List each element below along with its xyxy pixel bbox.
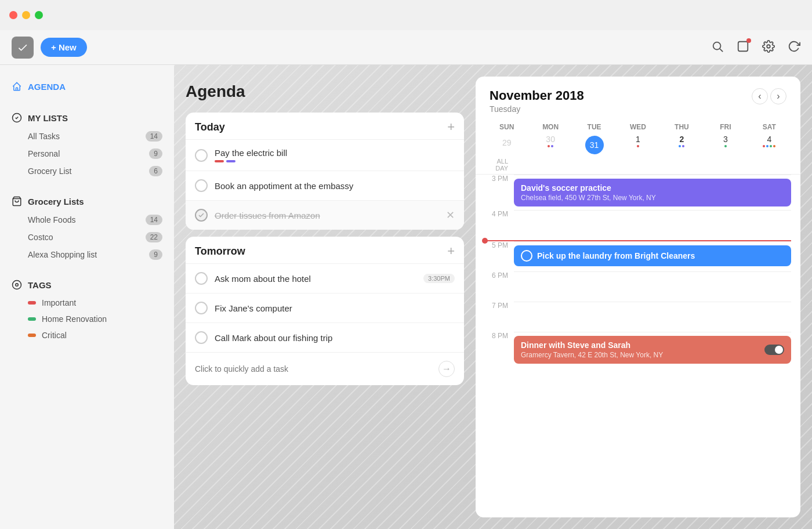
sidebar-item-my-lists[interactable]: MY LISTS [0,108,174,128]
dow-sat: SAT [748,119,791,135]
settings-icon[interactable] [762,40,775,55]
cal-day-3[interactable]: 3 [704,135,747,155]
fullscreen-button[interactable] [35,11,43,19]
tag-critical[interactable]: Critical [0,327,174,343]
sidebar-item-costco[interactable]: Costco 22 [0,229,174,246]
svg-point-0 [713,42,721,49]
sidebar-item-tags[interactable]: TAGS [0,275,174,295]
tag-purple [226,160,235,162]
task-text: Book an appotiment at the embassy [215,181,455,191]
calendar-panel: November 2018 Tuesday ‹ › SUN MON TUE WE… [476,77,800,517]
grocery-lists-section: Grocery Lists Whole Foods 14 Costco 22 A… [0,191,174,263]
svg-point-3 [767,45,770,48]
event-soccer[interactable]: David's soccer practice Chelsea field, 4… [514,179,791,206]
timeline-3pm: 3 PM David's soccer practice Chelsea fie… [476,175,800,210]
toolbar-right [711,40,800,55]
all-day-label: ALL DAY [485,158,514,172]
today-card: Today + Pay the electric bill [186,113,464,230]
add-today-button[interactable]: + [447,121,455,133]
calendar-header: November 2018 Tuesday ‹ › [476,77,800,119]
my-lists-section: MY LISTS All Tasks 14 Personal 9 Grocery… [0,108,174,180]
sidebar-item-agenda[interactable]: AGENDA [0,77,174,96]
grocery-lists-label: Grocery Lists [28,197,84,206]
app-icon-button[interactable] [12,37,34,59]
task-checkbox[interactable] [195,331,208,344]
sidebar-item-alexa-shopping[interactable]: Alexa Shopping list 9 [0,246,174,263]
dow-tue: TUE [572,119,616,135]
dinner-toggle[interactable] [764,345,784,355]
task-checkbox[interactable] [195,302,208,314]
agenda-panel: Agenda Today + Pay the electric bill [174,65,476,529]
notifications-icon[interactable] [737,40,749,55]
dow-sun: SUN [485,119,528,135]
new-button[interactable]: + New [41,38,87,57]
svg-line-1 [720,49,723,52]
close-button[interactable] [9,11,17,19]
toolbar-left: + New [12,37,87,59]
task-text: Fix Jane's computer [215,303,455,313]
task-checkbox[interactable] [195,179,208,192]
task-checkbox[interactable] [195,149,208,162]
cal-day-30[interactable]: 30 [528,135,572,155]
dow-wed: WED [616,119,659,135]
time-4pm: 4 PM [485,210,514,218]
task-checkbox-done[interactable] [195,209,208,222]
task-text: Call Mark about our fishing trip [215,333,455,343]
calendar-grid: SUN MON TUE WED THU FRI SAT 29 30 [476,119,800,155]
quick-add-input[interactable] [195,364,438,374]
critical-dot [28,334,36,337]
task-ask-mom[interactable]: Ask mom about the hotel 3:30PM [186,263,464,293]
task-text: Pay the electric bill [215,148,455,158]
cal-day-31-today[interactable]: 31 [572,135,616,155]
search-icon[interactable] [711,40,724,55]
task-delete-button[interactable]: ✕ [446,209,455,222]
calendar-next-button[interactable]: › [770,88,786,104]
sidebar-item-grocery-lists[interactable]: Grocery Lists [0,191,174,211]
cal-day-2[interactable]: 2 [660,135,704,155]
task-text: Ask mom about the hotel [215,274,416,284]
cal-day-29[interactable]: 29 [485,135,528,155]
refresh-icon[interactable] [788,40,800,55]
task-fix-computer[interactable]: Fix Jane's computer [186,293,464,323]
minimize-button[interactable] [22,11,30,19]
task-pay-electric[interactable]: Pay the electric bill [186,139,464,171]
calendar-prev-button[interactable]: ‹ [752,88,768,104]
today-header: Today + [186,113,464,139]
titlebar [0,0,812,30]
event-laundry[interactable]: Pick up the laundry from Bright Cleaners [514,245,791,266]
svg-point-6 [13,281,21,289]
time-badge: 3:30PM [423,274,455,283]
content-area: Agenda Today + Pay the electric bill [174,65,812,529]
calendar-nav: ‹ › [752,88,786,104]
cal-day-4[interactable]: 4 [748,135,791,155]
important-dot [28,301,36,305]
task-order-tissues[interactable]: Order tissues from Amazon ✕ [186,200,464,230]
quick-add-bar: → [186,352,464,385]
task-book-embassy[interactable]: Book an appotiment at the embassy [186,171,464,200]
tags-section: TAGS Important Home Renovation Critical [0,275,174,343]
event-circle-icon [521,250,532,262]
task-checkbox[interactable] [195,272,208,285]
task-tags [215,160,455,162]
event-dinner[interactable]: Dinner with Steve and Sarah Gramercy Tav… [514,336,791,364]
time-5pm: 5 PM [485,241,514,249]
quick-add-button[interactable]: → [438,361,455,377]
sidebar-item-personal[interactable]: Personal 9 [0,145,174,162]
agenda-section: AGENDA [0,77,174,96]
sidebar-item-whole-foods[interactable]: Whole Foods 14 [0,211,174,229]
sidebar: AGENDA MY LISTS All Tasks 14 Personal 9 … [0,65,174,529]
agenda-label: AGENDA [28,82,66,92]
cal-day-1[interactable]: 1 [616,135,659,155]
tag-home-renovation[interactable]: Home Renovation [0,311,174,327]
timeline-7pm: 7 PM [476,302,800,332]
sidebar-item-all-tasks[interactable]: All Tasks 14 [0,128,174,145]
tag-important[interactable]: Important [0,295,174,311]
tag-red [215,160,224,162]
main-layout: AGENDA MY LISTS All Tasks 14 Personal 9 … [0,65,812,529]
time-7pm: 7 PM [485,302,514,310]
add-tomorrow-button[interactable]: + [447,245,455,258]
sidebar-item-grocery-list[interactable]: Grocery List 6 [0,162,174,180]
toolbar: + New [0,30,812,65]
all-day-row: ALL DAY [476,155,800,175]
task-call-mark[interactable]: Call Mark about our fishing trip [186,323,464,352]
